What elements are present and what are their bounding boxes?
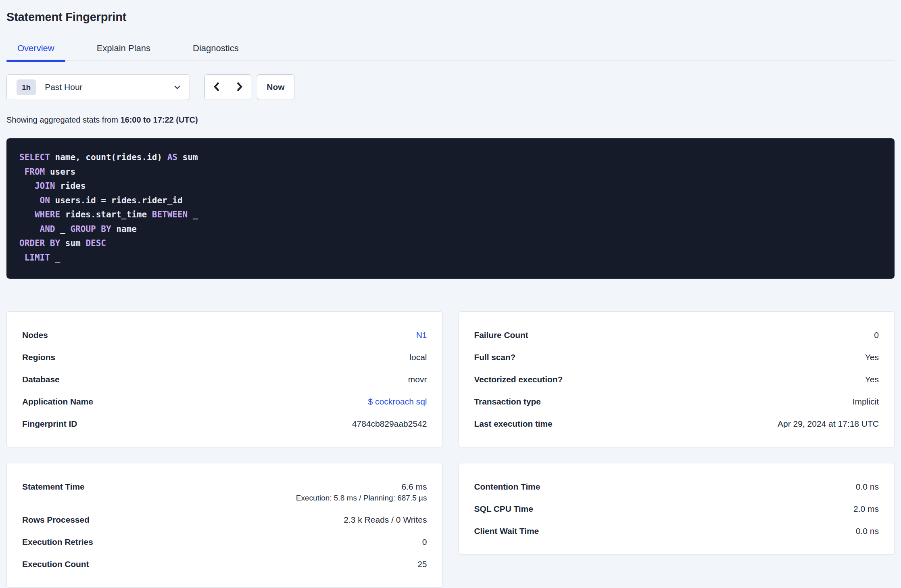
sql-cpu-time-value-group: 2.0 ms <box>853 503 879 514</box>
caption-prefix: Showing aggregated stats from <box>6 115 120 124</box>
execution-count-label: Execution Count <box>22 559 89 569</box>
nodes-link[interactable]: N1 <box>416 329 427 340</box>
transaction-type-value-group: Implicit <box>853 396 879 407</box>
last-execution-time-value-group: Apr 29, 2024 at 17:18 UTC <box>778 418 879 429</box>
transaction-type-value: Implicit <box>853 396 879 407</box>
contention-time-label: Contention Time <box>474 481 540 492</box>
summary-row-execution-retries: Execution Retries0 <box>22 531 427 553</box>
application-name-label: Application Name <box>22 396 93 407</box>
details-card-right: Failure Count0Full scan?YesVectorized ex… <box>459 311 895 447</box>
stats-card-left: Statement Time6.6 msExecution: 5.8 ms / … <box>6 463 443 588</box>
vectorized-execution-value-group: Yes <box>865 374 879 385</box>
summary-row-nodes: NodesN1 <box>22 324 427 346</box>
sql-line: WHERE rides.start_time BETWEEN _ <box>19 208 882 222</box>
caption-time-range: 16:00 to 17:22 (UTC) <box>120 115 198 124</box>
last-execution-time-value: Apr 29, 2024 at 17:18 UTC <box>778 418 879 429</box>
client-wait-time-label: Client Wait Time <box>474 525 539 536</box>
summary-row-client-wait-time: Client Wait Time0.0 ns <box>474 520 879 542</box>
rows-processed-value-group: 2.3 k Reads / 0 Writes <box>344 514 427 525</box>
database-label: Database <box>22 374 60 385</box>
failure-count-value-group: 0 <box>874 329 879 340</box>
sql-cpu-time-label: SQL CPU Time <box>474 503 533 514</box>
summary-row-full-scan: Full scan?Yes <box>474 346 879 368</box>
execution-retries-value: 0 <box>422 536 427 547</box>
application-name-link[interactable]: $ cockroach sql <box>368 396 427 407</box>
sql-line: ORDER BY sum DESC <box>19 236 882 251</box>
now-button[interactable]: Now <box>257 74 294 100</box>
chevron-right-icon <box>236 81 243 93</box>
nodes-label: Nodes <box>22 329 48 340</box>
statement-time-value: 6.6 ms <box>401 481 427 492</box>
next-time-button[interactable] <box>228 75 251 100</box>
failure-count-value: 0 <box>874 329 879 340</box>
details-card-left: NodesN1RegionslocalDatabasemovrApplicati… <box>6 311 443 447</box>
fingerprint-id-value-group: 4784cb829aab2542 <box>352 418 427 429</box>
sql-line: LIMIT _ <box>19 251 882 265</box>
regions-label: Regions <box>22 352 55 363</box>
sql-cpu-time-value: 2.0 ms <box>853 503 879 514</box>
summary-row-vectorized-execution: Vectorized execution?Yes <box>474 368 879 390</box>
summary-row-execution-count: Execution Count25 <box>22 553 427 575</box>
contention-time-value-group: 0.0 ns <box>856 481 879 492</box>
summary-row-sql-cpu-time: SQL CPU Time2.0 ms <box>474 498 879 520</box>
fingerprint-id-label: Fingerprint ID <box>22 418 77 429</box>
tab-bar: Overview Explain Plans Diagnostics <box>6 43 895 61</box>
rows-processed-label: Rows Processed <box>22 514 90 525</box>
summary-row-transaction-type: Transaction typeImplicit <box>474 390 879 413</box>
summary-row-database: Databasemovr <box>22 368 427 390</box>
time-step-button-group <box>204 74 251 100</box>
statement-time-label: Statement Time <box>22 481 85 492</box>
tab-explain-plans[interactable]: Explain Plans <box>86 43 161 60</box>
statement-time-subvalue: Execution: 5.8 ms / Planning: 687.5 µs <box>296 493 427 503</box>
chevron-down-icon <box>174 85 181 90</box>
client-wait-time-value-group: 0.0 ns <box>856 525 879 536</box>
vectorized-execution-label: Vectorized execution? <box>474 374 563 385</box>
summary-row-rows-processed: Rows Processed2.3 k Reads / 0 Writes <box>22 509 427 531</box>
statement-time-value-group: 6.6 msExecution: 5.8 ms / Planning: 687.… <box>296 481 427 503</box>
nodes-value-group: N1 <box>416 329 427 340</box>
transaction-type-label: Transaction type <box>474 396 541 407</box>
prev-time-button[interactable] <box>205 75 228 100</box>
execution-retries-label: Execution Retries <box>22 536 93 547</box>
regions-value: local <box>409 352 427 363</box>
execution-retries-value-group: 0 <box>422 536 427 547</box>
fingerprint-id-value: 4784cb829aab2542 <box>352 418 427 429</box>
time-range-dropdown[interactable]: 1h Past Hour <box>6 74 190 100</box>
summary-row-statement-time: Statement Time6.6 msExecution: 5.8 ms / … <box>22 475 427 509</box>
regions-value-group: local <box>409 352 427 363</box>
summary-row-regions: Regionslocal <box>22 346 427 368</box>
sql-statement-box: SELECT name, count(rides.id) AS sum FROM… <box>6 138 895 279</box>
summary-row-contention-time: Contention Time0.0 ns <box>474 475 879 498</box>
stats-card-right: Contention Time0.0 nsSQL CPU Time2.0 msC… <box>459 463 895 555</box>
statement-fingerprint-page: Statement Fingerprint Overview Explain P… <box>0 0 901 588</box>
rows-processed-value: 2.3 k Reads / 0 Writes <box>344 514 427 525</box>
last-execution-time-label: Last execution time <box>474 418 553 429</box>
aggregated-stats-caption: Showing aggregated stats from 16:00 to 1… <box>6 115 895 125</box>
contention-time-value: 0.0 ns <box>856 481 879 492</box>
chevron-left-icon <box>213 81 220 93</box>
page-title: Statement Fingerprint <box>6 0 895 24</box>
sql-line: AND _ GROUP BY name <box>19 222 882 237</box>
sql-line: ON users.id = rides.rider_id <box>19 194 882 208</box>
database-value-group: movr <box>408 374 427 385</box>
tab-diagnostics[interactable]: Diagnostics <box>182 43 250 60</box>
tab-overview[interactable]: Overview <box>6 43 65 60</box>
summary-row-failure-count: Failure Count0 <box>474 324 879 346</box>
sql-line: FROM users <box>19 165 882 179</box>
vectorized-execution-value: Yes <box>865 374 879 385</box>
summary-cards-grid: NodesN1RegionslocalDatabasemovrApplicati… <box>6 311 895 588</box>
full-scan-value: Yes <box>865 352 879 363</box>
time-preset-badge: 1h <box>17 79 36 95</box>
summary-row-last-execution-time: Last execution timeApr 29, 2024 at 17:18… <box>474 413 879 435</box>
time-toolbar: 1h Past Hour Now <box>6 74 895 100</box>
time-range-label: Past Hour <box>45 82 82 92</box>
client-wait-time-value: 0.0 ns <box>856 525 879 536</box>
summary-row-application-name: Application Name$ cockroach sql <box>22 390 427 413</box>
execution-count-value-group: 25 <box>417 559 427 569</box>
execution-count-value: 25 <box>417 559 427 569</box>
database-value: movr <box>408 374 427 385</box>
failure-count-label: Failure Count <box>474 329 528 340</box>
sql-line: JOIN rides <box>19 179 882 194</box>
summary-row-fingerprint-id: Fingerprint ID4784cb829aab2542 <box>22 413 427 435</box>
sql-line: SELECT name, count(rides.id) AS sum <box>19 150 882 165</box>
